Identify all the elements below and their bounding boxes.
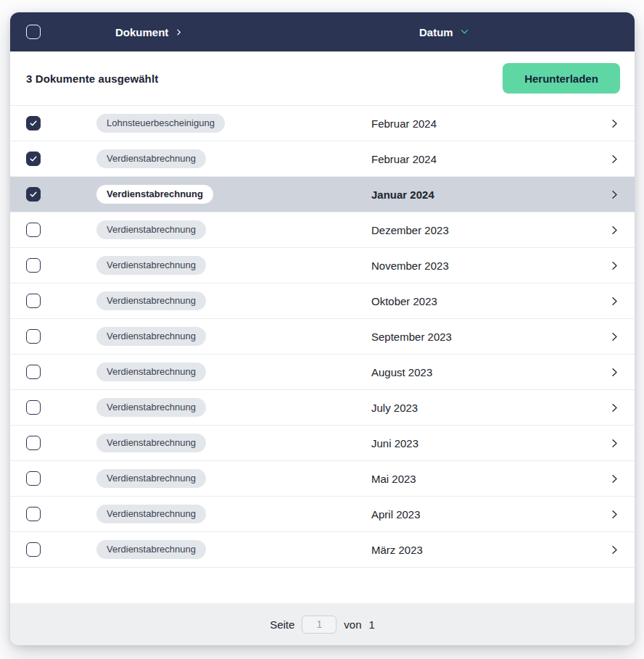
row-checkbox[interactable]: [26, 294, 41, 308]
document-type-badge: Verdienstabrechnung: [96, 220, 206, 239]
row-checkbox[interactable]: [26, 471, 41, 486]
row-checkbox[interactable]: [26, 400, 41, 415]
document-type-badge: Verdienstabrechnung: [96, 256, 206, 275]
document-date: März 2023: [371, 544, 594, 556]
document-date: September 2023: [371, 331, 594, 343]
total-pages: 1: [369, 618, 375, 631]
row-checkbox[interactable]: [26, 258, 41, 273]
row-checkbox-cell: [10, 187, 81, 202]
check-icon: [29, 154, 38, 163]
row-checkbox-cell: [10, 542, 81, 557]
row-checkbox[interactable]: [26, 329, 41, 344]
column-header-datum[interactable]: Datum: [371, 26, 594, 38]
of-label: von: [344, 618, 361, 631]
row-checkbox-cell: [10, 294, 81, 308]
row-chevron-right-icon[interactable]: [609, 225, 620, 236]
table-header: Dokument Datum: [10, 12, 635, 51]
row-chevron-right-icon[interactable]: [609, 118, 620, 129]
table-row[interactable]: Verdienstabrechnung Juni 2023: [10, 426, 635, 461]
row-checkbox[interactable]: [26, 507, 41, 521]
document-type-badge: Lohnsteuerbescheinigung: [96, 114, 225, 133]
table-row[interactable]: Verdienstabrechnung Oktober 2023: [10, 283, 635, 319]
download-button[interactable]: Herunterladen: [503, 63, 620, 94]
document-date: Februar 2024: [371, 153, 594, 165]
table-row[interactable]: Verdienstabrechnung März 2023: [10, 532, 635, 568]
selection-count-text: 3 Dokumente ausgewählt: [26, 72, 158, 85]
row-checkbox[interactable]: [26, 152, 41, 166]
document-type-badge: Verdienstabrechnung: [96, 185, 213, 204]
chevron-right-icon: [175, 26, 183, 38]
document-type-badge: Verdienstabrechnung: [96, 434, 206, 452]
row-checkbox-cell: [10, 329, 81, 344]
document-type-badge: Verdienstabrechnung: [96, 149, 206, 168]
table-row[interactable]: Verdienstabrechnung July 2023: [10, 390, 635, 426]
row-chevron-right-icon[interactable]: [609, 509, 620, 520]
document-date: July 2023: [371, 402, 594, 414]
document-type-badge: Verdienstabrechnung: [96, 362, 206, 381]
table-row[interactable]: Verdienstabrechnung August 2023: [10, 355, 635, 390]
row-checkbox-cell: [10, 223, 81, 237]
row-chevron-right-icon[interactable]: [609, 402, 620, 413]
row-checkbox-cell: [10, 116, 81, 130]
document-type-badge: Verdienstabrechnung: [96, 540, 206, 559]
row-chevron-right-icon[interactable]: [609, 154, 620, 165]
document-type-badge: Verdienstabrechnung: [96, 505, 206, 523]
table-row[interactable]: Verdienstabrechnung September 2023: [10, 319, 635, 355]
document-type-badge: Verdienstabrechnung: [96, 291, 206, 310]
document-date: Dezember 2023: [371, 224, 594, 236]
table-row[interactable]: Verdienstabrechnung Dezember 2023: [10, 212, 635, 248]
table-row[interactable]: Verdienstabrechnung Januar 2024: [10, 177, 635, 212]
document-date: Januar 2024: [371, 188, 594, 201]
list-spacer: [10, 568, 635, 603]
table-row[interactable]: Verdienstabrechnung April 2023: [10, 497, 635, 532]
table-row[interactable]: Lohnsteuerbescheinigung Februar 2024: [10, 106, 635, 141]
select-all-checkbox[interactable]: [26, 25, 41, 39]
row-checkbox-cell: [10, 507, 81, 521]
document-date: August 2023: [371, 366, 594, 378]
document-date: Mai 2023: [371, 473, 594, 485]
document-date: November 2023: [371, 260, 594, 272]
column-header-dokument[interactable]: Dokument: [81, 26, 371, 38]
row-chevron-right-icon[interactable]: [609, 296, 620, 307]
selection-toolbar: 3 Dokumente ausgewählt Herunterladen: [10, 51, 635, 106]
row-chevron-right-icon[interactable]: [609, 473, 620, 484]
document-date: Oktober 2023: [371, 295, 594, 307]
row-checkbox[interactable]: [26, 436, 41, 450]
row-chevron-right-icon[interactable]: [609, 260, 620, 271]
document-date: Juni 2023: [371, 437, 594, 449]
row-checkbox[interactable]: [26, 187, 41, 202]
row-chevron-right-icon[interactable]: [609, 189, 620, 200]
document-table-card: Dokument Datum 3 Dokumente ausgewählt He…: [10, 12, 635, 645]
pagination-footer: Seite von 1: [10, 603, 635, 645]
row-checkbox-cell: [10, 365, 81, 379]
column-header-dokument-label: Dokument: [115, 26, 168, 38]
document-type-badge: Verdienstabrechnung: [96, 398, 206, 417]
document-date: Februar 2024: [371, 117, 594, 130]
document-date: April 2023: [371, 508, 594, 521]
check-icon: [29, 119, 38, 128]
row-checkbox-cell: [10, 258, 81, 273]
page-number-input[interactable]: [302, 616, 337, 634]
row-chevron-right-icon[interactable]: [609, 367, 620, 378]
page-label: Seite: [270, 618, 294, 631]
row-checkbox[interactable]: [26, 223, 41, 237]
row-checkbox[interactable]: [26, 542, 41, 557]
column-header-datum-label: Datum: [419, 26, 453, 38]
table-row[interactable]: Verdienstabrechnung Mai 2023: [10, 461, 635, 497]
check-icon: [29, 190, 38, 199]
document-list: Lohnsteuerbescheinigung Februar 2024 Ver…: [10, 106, 635, 568]
row-chevron-right-icon[interactable]: [609, 544, 620, 555]
row-checkbox[interactable]: [26, 116, 41, 130]
row-checkbox-cell: [10, 400, 81, 415]
chevron-down-icon: [460, 26, 469, 38]
row-checkbox[interactable]: [26, 365, 41, 379]
document-type-badge: Verdienstabrechnung: [96, 469, 206, 488]
row-chevron-right-icon[interactable]: [609, 331, 620, 342]
row-chevron-right-icon[interactable]: [609, 438, 620, 449]
row-checkbox-cell: [10, 436, 81, 450]
table-row[interactable]: Verdienstabrechnung Februar 2024: [10, 141, 635, 177]
select-all-cell: [10, 25, 81, 39]
row-checkbox-cell: [10, 471, 81, 486]
table-row[interactable]: Verdienstabrechnung November 2023: [10, 248, 635, 283]
row-checkbox-cell: [10, 152, 81, 166]
